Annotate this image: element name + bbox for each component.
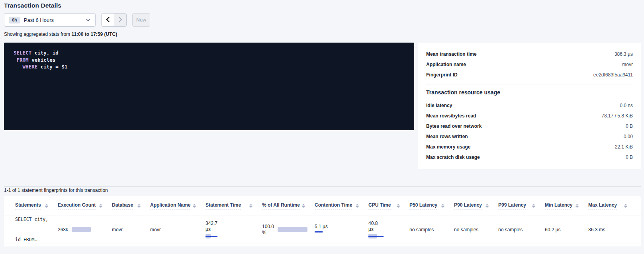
now-button[interactable]: Now	[132, 13, 150, 27]
p90-latency-cell: no samples	[454, 227, 498, 233]
summary-value: 0 B	[626, 154, 633, 160]
summary-label: Fingerprint ID	[426, 72, 458, 78]
summary-label: Mean transaction time	[426, 51, 477, 57]
column-header-execution-count[interactable]: Execution Count	[58, 196, 112, 215]
percent-runtime-text: 100.0 %	[262, 224, 274, 236]
column-header-label: Application Name	[150, 202, 190, 209]
stats-line-prefix: Showing aggregated stats from	[4, 31, 71, 37]
max-latency-cell: 36.3 ms	[588, 227, 637, 233]
fingerprints-caption: 1-1 of 1 statement fingerprints for this…	[4, 188, 108, 193]
column-header-label: Database	[112, 202, 133, 209]
cpu-time-unit: µs	[368, 227, 403, 233]
contention-time-value: 5.1 µs	[315, 224, 362, 229]
column-header-max-latency[interactable]: Max Latency	[588, 196, 637, 215]
prev-time-button[interactable]	[102, 14, 114, 26]
p50-latency-cell: no samples	[409, 227, 454, 233]
sql-line: WHERE city = $1	[14, 63, 405, 70]
summary-value: movr	[622, 62, 633, 67]
cpu-time-value: 40.8	[368, 221, 403, 227]
summary-row: Application name movr	[426, 59, 633, 70]
statement-link[interactable]: SELECT city, id FROM…	[15, 203, 58, 254]
sort-icon	[575, 204, 579, 208]
column-header-contention-time[interactable]: Contention Time	[315, 196, 368, 215]
time-nav-group	[101, 13, 127, 27]
table-header-row: StatementsExecution CountDatabaseApplica…	[4, 196, 641, 215]
column-header-label: P99 Latency	[498, 202, 526, 209]
sort-icon	[302, 204, 305, 208]
column-header-statement-time[interactable]: Statement Time	[206, 196, 262, 215]
summary-value: 0 B	[626, 123, 633, 129]
column-header-p50-latency[interactable]: P50 Latency	[409, 196, 454, 215]
summary-label: Mean rows written	[426, 134, 468, 139]
summary-value: 22.1 KiB	[615, 144, 633, 150]
stats-line-range: 11:00 to 17:59 (UTC)	[71, 31, 117, 37]
transaction-sql-box: SELECT city, id FROM vehicles WHERE city…	[4, 43, 414, 130]
time-range-label: Past 6 Hours	[24, 17, 54, 23]
statement-text-line1: SELECT city,	[15, 216, 51, 223]
column-header-database[interactable]: Database	[112, 196, 150, 215]
column-header--of-all-runtime[interactable]: % of All Runtime	[262, 196, 315, 215]
statement-time-cell: 342.7 µs	[206, 221, 262, 239]
column-header-label: P90 Latency	[454, 202, 482, 209]
column-header-label: Contention Time	[315, 202, 352, 209]
execution-count-value: 263k	[58, 227, 68, 233]
page-title: Transaction Details	[4, 2, 61, 9]
statement-time-text: 342.7 µs	[206, 221, 256, 233]
database-cell: movr	[112, 227, 150, 233]
chevron-down-icon	[86, 19, 90, 21]
application-name-cell: movr	[150, 227, 206, 233]
contention-time-bar	[315, 231, 339, 236]
column-header-p99-latency[interactable]: P99 Latency	[498, 196, 545, 215]
column-header-label: CPU Time	[368, 202, 391, 209]
column-header-label: Execution Count	[58, 202, 96, 209]
summary-label: Bytes read over network	[426, 123, 482, 129]
execution-count-cell: 263k	[58, 227, 112, 233]
statement-text-line2: id FROM…	[15, 236, 51, 243]
sort-icon	[249, 204, 253, 208]
column-header-cpu-time[interactable]: CPU Time	[368, 196, 409, 215]
transaction-summary-card: Mean transaction time 386.3 µs Applicati…	[418, 43, 641, 169]
column-header-label: Max Latency	[588, 202, 617, 209]
sort-icon	[441, 204, 444, 208]
resource-usage-title: Transaction resource usage	[426, 89, 633, 96]
cpu-time-cell: 40.8 µs	[368, 221, 409, 239]
summary-row: Bytes read over network 0 B	[426, 121, 633, 131]
execution-count-bar	[72, 227, 91, 232]
cpu-time-text: 40.8 µs	[368, 221, 403, 233]
summary-row: Idle latency 0.0 ns	[426, 100, 633, 111]
summary-label: Max memory usage	[426, 144, 470, 150]
percent-runtime-value: 100.0	[262, 224, 274, 230]
sort-icon	[532, 204, 535, 208]
sql-line: SELECT city, id	[14, 49, 405, 57]
sort-icon	[397, 204, 400, 208]
statement-time-bar	[206, 234, 229, 239]
summary-label: Mean rows/bytes read	[426, 113, 476, 119]
min-latency-cell: 60.2 µs	[545, 227, 588, 233]
column-header-min-latency[interactable]: Min Latency	[545, 196, 588, 215]
column-header-application-name[interactable]: Application Name	[150, 196, 206, 215]
sort-icon	[193, 204, 196, 208]
summary-row: Max scratch disk usage 0 B	[426, 152, 633, 162]
sort-icon	[137, 204, 141, 208]
percent-runtime-cell: 100.0 %	[262, 224, 315, 236]
sort-icon	[356, 204, 359, 208]
summary-row: Max memory usage 22.1 KiB	[426, 142, 633, 152]
statement-time-value: 342.7	[206, 221, 256, 227]
percent-runtime-unit: %	[262, 230, 274, 236]
column-header-p90-latency[interactable]: P90 Latency	[454, 196, 498, 215]
summary-row: Mean rows/bytes read 78.17 / 5.8 KiB	[426, 111, 633, 121]
summary-row: Fingerprint ID ee2df683f5aa9411	[426, 70, 633, 80]
sql-line: FROM vehicles	[14, 57, 405, 64]
summary-value: 0.0 ns	[620, 103, 633, 108]
percent-runtime-bar	[278, 227, 307, 232]
p99-latency-cell: no samples	[498, 227, 545, 233]
summary-value: ee2df683f5aa9411	[593, 72, 633, 78]
next-time-button[interactable]	[114, 14, 126, 26]
chevron-left-icon	[106, 17, 110, 23]
column-header-label: P50 Latency	[409, 202, 437, 209]
time-range-dropdown[interactable]: 6h Past 6 Hours	[4, 13, 96, 27]
summary-divider	[426, 84, 633, 84]
chevron-right-icon	[119, 17, 122, 23]
aggregated-stats-line: Showing aggregated stats from 11:00 to 1…	[4, 31, 117, 37]
summary-label: Idle latency	[426, 103, 452, 108]
